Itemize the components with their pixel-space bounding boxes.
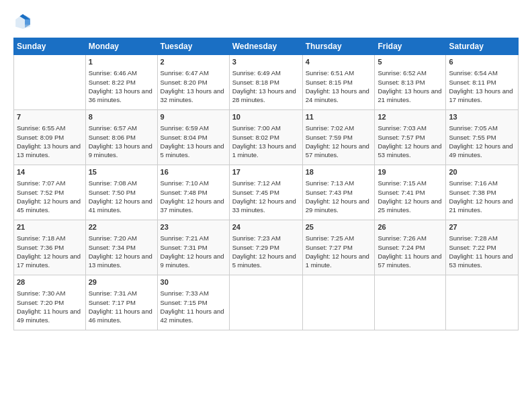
sunset-text: Sunset: 7:41 PM [378, 188, 443, 197]
sunrise-text: Sunrise: 7:08 AM [89, 179, 154, 187]
day-number: 3 [232, 57, 300, 67]
day-number: 29 [89, 277, 154, 287]
daylight-text: Daylight: 12 hours and 29 minutes. [306, 197, 372, 215]
cell-4-2: 22Sunrise: 7:20 AMSunset: 7:34 PMDayligh… [85, 220, 157, 275]
sunset-text: Sunset: 8:04 PM [161, 133, 226, 142]
daylight-text: Daylight: 12 hours and 25 minutes. [378, 197, 443, 215]
sunrise-text: Sunrise: 7:28 AM [449, 234, 515, 242]
sunset-text: Sunset: 8:15 PM [306, 78, 372, 87]
sunrise-text: Sunrise: 7:21 AM [161, 234, 226, 242]
sunset-text: Sunset: 7:45 PM [232, 188, 300, 197]
cell-2-4: 10Sunrise: 7:00 AMSunset: 8:02 PMDayligh… [229, 110, 302, 165]
header [13, 12, 519, 31]
sunset-text: Sunset: 7:36 PM [17, 243, 83, 252]
sunset-text: Sunset: 7:29 PM [232, 243, 300, 252]
sunset-text: Sunset: 8:11 PM [449, 78, 515, 87]
logo-icon [13, 12, 32, 31]
day-number: 10 [232, 112, 300, 122]
cell-3-4: 17Sunrise: 7:12 AMSunset: 7:45 PMDayligh… [229, 165, 302, 220]
daylight-text: Daylight: 12 hours and 9 minutes. [161, 252, 226, 270]
daylight-text: Daylight: 12 hours and 49 minutes. [449, 142, 515, 160]
sunset-text: Sunset: 7:48 PM [161, 188, 226, 197]
cell-2-6: 12Sunrise: 7:03 AMSunset: 7:57 PMDayligh… [375, 110, 446, 165]
daylight-text: Daylight: 12 hours and 41 minutes. [89, 197, 154, 215]
day-number: 4 [306, 57, 372, 67]
daylight-text: Daylight: 12 hours and 17 minutes. [17, 252, 83, 270]
cell-5-3: 30Sunrise: 7:33 AMSunset: 7:15 PMDayligh… [157, 275, 229, 330]
sunset-text: Sunset: 8:06 PM [89, 133, 154, 142]
day-number: 13 [449, 112, 515, 122]
cell-3-6: 19Sunrise: 7:15 AMSunset: 7:41 PMDayligh… [375, 165, 446, 220]
cell-5-7 [446, 275, 519, 330]
day-number: 8 [89, 112, 154, 122]
day-number: 22 [89, 222, 154, 232]
cell-3-2: 15Sunrise: 7:08 AMSunset: 7:50 PMDayligh… [85, 165, 157, 220]
daylight-text: Daylight: 12 hours and 5 minutes. [232, 252, 300, 270]
sunrise-text: Sunrise: 7:12 AM [232, 179, 300, 187]
cell-3-7: 20Sunrise: 7:16 AMSunset: 7:38 PMDayligh… [446, 165, 519, 220]
sunset-text: Sunset: 7:52 PM [17, 188, 83, 197]
sunset-text: Sunset: 7:31 PM [161, 243, 226, 252]
sunrise-text: Sunrise: 7:00 AM [232, 124, 300, 132]
day-number: 19 [378, 167, 443, 177]
col-header-saturday: Saturday [446, 38, 519, 55]
daylight-text: Daylight: 11 hours and 53 minutes. [449, 252, 515, 270]
day-number: 18 [306, 167, 372, 177]
day-number: 25 [306, 222, 372, 232]
sunset-text: Sunset: 8:20 PM [161, 78, 226, 87]
daylight-text: Daylight: 13 hours and 21 minutes. [378, 87, 443, 105]
daylight-text: Daylight: 12 hours and 33 minutes. [232, 197, 300, 215]
day-number: 17 [232, 167, 300, 177]
cell-4-4: 24Sunrise: 7:23 AMSunset: 7:29 PMDayligh… [229, 220, 302, 275]
sunset-text: Sunset: 8:02 PM [232, 133, 300, 142]
sunset-text: Sunset: 7:17 PM [89, 298, 154, 307]
day-number: 16 [161, 167, 226, 177]
cell-2-3: 9Sunrise: 6:59 AMSunset: 8:04 PMDaylight… [157, 110, 229, 165]
sunset-text: Sunset: 7:38 PM [449, 188, 515, 197]
daylight-text: Daylight: 11 hours and 49 minutes. [17, 307, 83, 325]
week-row-3: 14Sunrise: 7:07 AMSunset: 7:52 PMDayligh… [14, 165, 519, 220]
cell-2-7: 13Sunrise: 7:05 AMSunset: 7:55 PMDayligh… [446, 110, 519, 165]
sunrise-text: Sunrise: 7:10 AM [161, 179, 226, 187]
cell-3-3: 16Sunrise: 7:10 AMSunset: 7:48 PMDayligh… [157, 165, 229, 220]
daylight-text: Daylight: 13 hours and 1 minute. [232, 142, 300, 160]
week-row-5: 28Sunrise: 7:30 AMSunset: 7:20 PMDayligh… [14, 275, 519, 330]
cell-1-3: 2Sunrise: 6:47 AMSunset: 8:20 PMDaylight… [157, 55, 229, 110]
sunrise-text: Sunrise: 7:15 AM [378, 179, 443, 187]
sunset-text: Sunset: 8:09 PM [17, 133, 83, 142]
cell-5-1: 28Sunrise: 7:30 AMSunset: 7:20 PMDayligh… [14, 275, 86, 330]
cell-2-5: 11Sunrise: 7:02 AMSunset: 7:59 PMDayligh… [302, 110, 375, 165]
sunset-text: Sunset: 7:24 PM [378, 243, 443, 252]
daylight-text: Daylight: 13 hours and 36 minutes. [89, 87, 154, 105]
day-number: 20 [449, 167, 515, 177]
day-number: 5 [378, 57, 443, 67]
svg-marker-3 [25, 19, 30, 25]
day-number: 30 [161, 277, 226, 287]
sunrise-text: Sunrise: 6:47 AM [161, 68, 226, 77]
calendar-table: SundayMondayTuesdayWednesdayThursdayFrid… [13, 38, 519, 330]
sunrise-text: Sunrise: 7:13 AM [306, 179, 372, 187]
day-number: 14 [17, 167, 83, 177]
header-row: SundayMondayTuesdayWednesdayThursdayFrid… [14, 38, 519, 55]
sunrise-text: Sunrise: 6:54 AM [449, 68, 515, 77]
sunrise-text: Sunrise: 6:46 AM [89, 68, 154, 77]
sunset-text: Sunset: 8:13 PM [378, 78, 443, 87]
sunrise-text: Sunrise: 6:57 AM [89, 124, 154, 132]
daylight-text: Daylight: 12 hours and 53 minutes. [378, 142, 443, 160]
cell-4-7: 27Sunrise: 7:28 AMSunset: 7:22 PMDayligh… [446, 220, 519, 275]
sunset-text: Sunset: 7:55 PM [449, 133, 515, 142]
sunrise-text: Sunrise: 7:30 AM [17, 289, 83, 298]
daylight-text: Daylight: 13 hours and 32 minutes. [161, 87, 226, 105]
cell-5-2: 29Sunrise: 7:31 AMSunset: 7:17 PMDayligh… [85, 275, 157, 330]
cell-3-5: 18Sunrise: 7:13 AMSunset: 7:43 PMDayligh… [302, 165, 375, 220]
daylight-text: Daylight: 12 hours and 1 minute. [306, 252, 372, 270]
sunrise-text: Sunrise: 7:26 AM [378, 234, 443, 242]
sunrise-text: Sunrise: 7:33 AM [161, 289, 226, 298]
sunrise-text: Sunrise: 7:20 AM [89, 234, 154, 242]
daylight-text: Daylight: 13 hours and 17 minutes. [449, 87, 515, 105]
day-number: 21 [17, 222, 83, 232]
col-header-thursday: Thursday [302, 38, 375, 55]
day-number: 15 [89, 167, 154, 177]
page: SundayMondayTuesdayWednesdayThursdayFrid… [0, 0, 532, 337]
sunrise-text: Sunrise: 6:51 AM [306, 68, 372, 77]
